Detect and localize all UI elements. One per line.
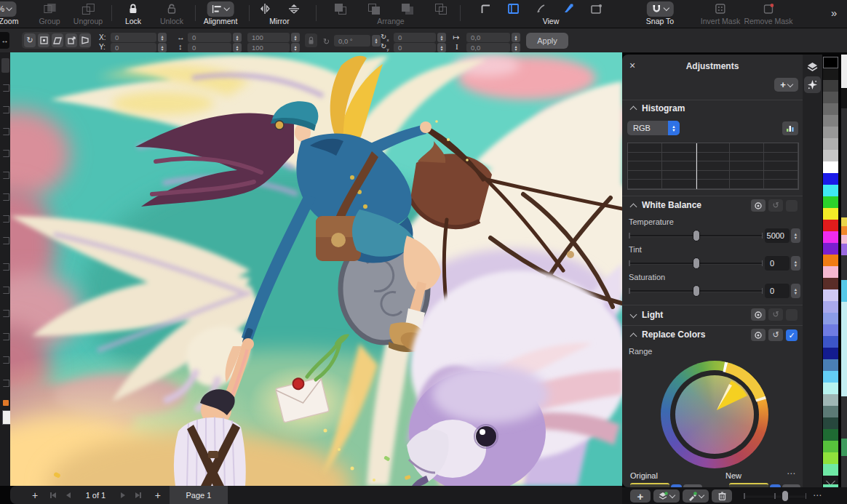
color-swatch[interactable] xyxy=(823,220,838,231)
color-swatch[interactable] xyxy=(823,243,838,255)
rotate-x-field[interactable]: 0 xyxy=(394,33,436,42)
x-field[interactable]: 0 xyxy=(111,33,156,42)
rotation-stepper[interactable]: ▴▾ xyxy=(372,35,381,47)
rotation-field[interactable]: 0,0 ° xyxy=(334,35,370,47)
color-swatch[interactable] xyxy=(823,301,838,313)
tint-slider[interactable] xyxy=(629,257,763,269)
color-swatch[interactable] xyxy=(823,127,838,138)
translate-x-field[interactable]: 0,0 xyxy=(466,33,510,42)
translate-x-stepper[interactable]: ▴▾ xyxy=(512,33,520,42)
move-tool-button[interactable]: ↔ xyxy=(0,32,9,49)
add-picked-color-button[interactable] xyxy=(683,489,709,503)
color-swatch[interactable] xyxy=(823,417,838,429)
translate-y-field[interactable]: 0,0 xyxy=(466,43,510,52)
color-swatch[interactable] xyxy=(823,278,838,289)
histogram-collapse-chevron[interactable] xyxy=(630,106,637,113)
frame-tool-button[interactable] xyxy=(38,33,49,47)
add-page-button[interactable]: + xyxy=(32,489,38,501)
rotate-y-stepper[interactable]: ▴▾ xyxy=(437,43,446,52)
layers-panel-tab[interactable] xyxy=(804,58,821,75)
color-swatch[interactable] xyxy=(823,394,838,406)
hue-range-wheel[interactable] xyxy=(661,361,768,468)
transform-bounds-icon[interactable] xyxy=(591,4,602,14)
color-swatch[interactable] xyxy=(823,92,838,103)
tint-slider-thumb[interactable] xyxy=(693,257,700,269)
temperature-value[interactable]: 5000 xyxy=(765,228,790,243)
scale-y-stepper[interactable]: ▴▾ xyxy=(291,43,300,52)
white-balance-collapse-chevron[interactable] xyxy=(630,204,637,211)
tools-sidebar[interactable] xyxy=(0,52,11,486)
y-stepper[interactable]: ▴▾ xyxy=(158,43,167,52)
color-swatch[interactable] xyxy=(823,80,838,92)
scale-x-stepper[interactable]: ▴▾ xyxy=(291,33,300,42)
tint-value[interactable]: 0 xyxy=(765,256,790,271)
temperature-slider-thumb[interactable] xyxy=(693,230,700,241)
width-field[interactable]: 0 xyxy=(188,33,231,42)
mirror-vertical-icon[interactable] xyxy=(260,4,270,14)
color-swatch[interactable] xyxy=(823,150,838,161)
color-swatch[interactable] xyxy=(823,441,838,452)
alignment-button[interactable]: Alignment xyxy=(204,2,238,25)
y-field[interactable]: 0 xyxy=(111,43,156,52)
histogram-options-button[interactable] xyxy=(782,121,798,135)
add-adjustment-button[interactable]: + xyxy=(774,78,798,92)
saturation-slider[interactable] xyxy=(629,285,763,297)
color-swatch[interactable] xyxy=(823,371,838,383)
color-swatch[interactable] xyxy=(823,231,838,243)
scale-x-field[interactable]: 100 xyxy=(247,33,290,42)
color-swatch[interactable] xyxy=(823,138,838,150)
x-stepper[interactable]: ▴▾ xyxy=(158,33,167,42)
guides-icon[interactable] xyxy=(536,4,546,14)
apply-button[interactable]: Apply xyxy=(526,33,568,49)
swatch-size-slider[interactable] xyxy=(744,490,806,502)
color-swatch[interactable] xyxy=(823,115,838,127)
color-swatch[interactable] xyxy=(823,266,838,278)
color-swatch[interactable] xyxy=(823,208,838,220)
color-swatch[interactable] xyxy=(823,313,838,324)
height-field[interactable]: 0 xyxy=(188,43,231,52)
color-swatch[interactable] xyxy=(823,173,838,185)
white-balance-checkbox[interactable] xyxy=(786,200,798,212)
histogram-marker[interactable] xyxy=(696,143,698,189)
color-swatch[interactable] xyxy=(823,196,838,208)
color-swatch[interactable] xyxy=(823,255,838,266)
temperature-slider[interactable] xyxy=(629,230,763,241)
color-swatch[interactable] xyxy=(823,383,838,394)
adjustments-panel-tab[interactable] xyxy=(804,76,821,93)
pen-preview-icon[interactable] xyxy=(563,4,573,14)
color-swatch[interactable] xyxy=(823,464,838,476)
light-picker-button[interactable] xyxy=(751,308,766,321)
width-stepper[interactable]: ▴▾ xyxy=(233,33,242,42)
scale-tool-button[interactable] xyxy=(65,33,77,47)
color-swatch[interactable] xyxy=(823,57,838,68)
toolbar-overflow-button[interactable]: » xyxy=(831,7,837,19)
color-swatch[interactable] xyxy=(823,359,838,371)
replace-colors-collapse-chevron[interactable] xyxy=(630,333,637,340)
color-swatch[interactable] xyxy=(823,68,838,80)
color-swatch[interactable] xyxy=(823,336,838,348)
rotate-y-field[interactable]: 0 xyxy=(394,43,436,52)
saturation-slider-thumb[interactable] xyxy=(693,285,700,297)
skew-tool-button[interactable] xyxy=(52,33,63,47)
canvas-artwork[interactable] xyxy=(10,52,622,486)
color-swatch[interactable] xyxy=(823,103,838,115)
color-swatch[interactable] xyxy=(823,185,838,196)
lock-button[interactable]: Lock xyxy=(125,2,141,25)
replace-colors-more-button[interactable]: ⋯ xyxy=(787,468,796,479)
color-swatch[interactable] xyxy=(823,348,838,359)
rotate-x-stepper[interactable]: ▴▾ xyxy=(437,33,446,42)
add-swatch-button[interactable]: + xyxy=(630,489,651,503)
delete-swatch-button[interactable] xyxy=(712,489,732,503)
color-swatch-strip[interactable] xyxy=(823,57,838,504)
saturation-stepper[interactable]: ▴▾ xyxy=(791,284,800,298)
scale-y-field[interactable]: 100 xyxy=(247,43,290,52)
color-swatch[interactable] xyxy=(823,161,838,173)
replace-colors-reset-button[interactable]: ↺ xyxy=(768,329,783,341)
light-collapse-chevron[interactable] xyxy=(630,311,637,319)
page-tab[interactable]: Page 1 xyxy=(170,486,228,504)
temperature-stepper[interactable]: ▴▾ xyxy=(791,228,800,243)
snap-to-control[interactable]: Snap To xyxy=(646,2,674,25)
tint-stepper[interactable]: ▴▾ xyxy=(791,256,800,271)
add-page-button-2[interactable]: + xyxy=(155,489,161,501)
color-swatch[interactable] xyxy=(823,429,838,441)
